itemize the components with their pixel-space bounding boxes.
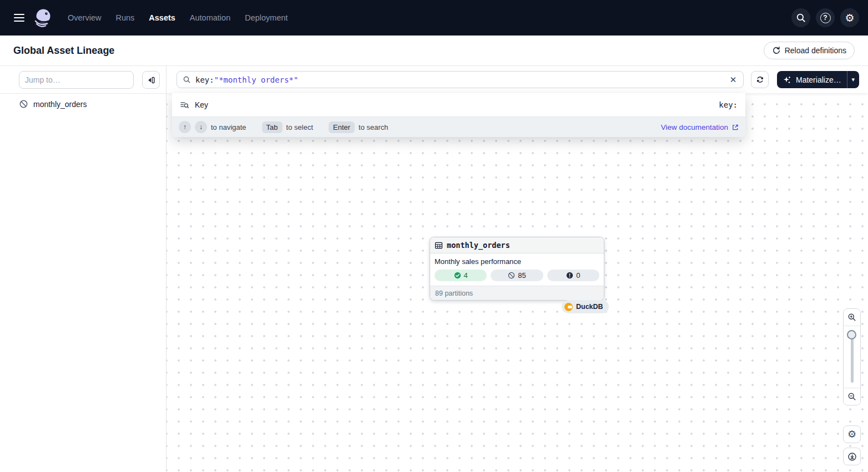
check-circle-icon: [454, 272, 461, 279]
arrow-up-key-icon: ↑: [179, 121, 191, 133]
search-hints-footer: ↑ ↓ to navigate Tab to select Enter to s…: [172, 116, 745, 137]
clear-search-button[interactable]: ✕: [725, 72, 741, 88]
settings-button[interactable]: ⚙: [840, 8, 859, 27]
lineage-search-input[interactable]: key:"*monthly_orders*" ✕: [176, 71, 744, 88]
nav-item-runs[interactable]: Runs: [115, 13, 134, 22]
reload-definitions-button[interactable]: Reload definitions: [764, 42, 855, 59]
suggestion-label: Key: [195, 100, 208, 109]
zoom-in-icon: [847, 313, 856, 322]
zoom-slider-handle[interactable]: [847, 330, 856, 339]
duckdb-icon: [564, 303, 573, 311]
help-icon: ?: [820, 13, 831, 23]
search-query-key: key:: [195, 75, 214, 84]
collapse-panel-icon: [147, 75, 156, 85]
lineage-sidebar: monthly_orders: [0, 66, 166, 472]
never-materialized-icon: [19, 99, 28, 109]
sparkle-icon: [783, 75, 791, 84]
materialized-count: 4: [464, 271, 468, 280]
partitions-count-label: 89 partitions: [435, 290, 473, 297]
filter-search-icon: [180, 100, 189, 110]
materialize-split-button: Materialize… ▾: [777, 71, 859, 88]
lineage-graph-canvas[interactable]: key:"*monthly_orders*" ✕ Materialize… ▾: [166, 66, 868, 472]
collapse-panel-button[interactable]: [142, 71, 160, 89]
nav-item-deployment[interactable]: Deployment: [245, 13, 287, 22]
nav-item-overview[interactable]: Overview: [68, 13, 101, 22]
sidebar-asset-monthly-orders[interactable]: monthly_orders: [0, 94, 166, 114]
hint-select-text: to select: [286, 123, 313, 131]
recenter-graph-button[interactable]: [843, 448, 861, 465]
storage-kind-badge-duckdb[interactable]: DuckDB: [562, 300, 609, 313]
search-icon: [796, 13, 806, 23]
zoom-in-button[interactable]: [844, 309, 860, 326]
asset-node-header: monthly_orders: [430, 237, 604, 253]
dagster-logo-icon: [32, 7, 53, 28]
gear-icon: ⚙: [847, 429, 856, 439]
reload-icon: [772, 46, 781, 55]
asset-description: Monthly sales performance: [435, 257, 599, 266]
hint-search-text: to search: [359, 123, 388, 131]
sidebar-asset-label: monthly_orders: [33, 100, 87, 109]
zoom-controls: [843, 308, 861, 405]
materialize-dropdown-caret[interactable]: ▾: [847, 71, 859, 88]
alert-circle-icon: [566, 272, 573, 279]
failed-count: 0: [576, 271, 580, 280]
search-query-value: "*monthly_orders*": [214, 75, 299, 84]
reload-definitions-label: Reload definitions: [785, 46, 846, 55]
refresh-icon: [755, 75, 765, 84]
view-documentation-label: View documentation: [661, 123, 728, 131]
dagster-app: Overview Runs Assets Automation Deployme…: [0, 0, 868, 472]
asset-node-body: Monthly sales performance 4: [430, 253, 604, 286]
page-header: Global Asset Lineage Reload definitions: [0, 35, 868, 66]
hamburger-menu-button[interactable]: [9, 8, 29, 28]
enter-key-chip: Enter: [329, 121, 355, 133]
asset-node-monthly-orders[interactable]: monthly_orders Monthly sales performance…: [430, 237, 604, 301]
suggestion-syntax-hint: key:: [719, 100, 738, 109]
nav-item-assets[interactable]: Assets: [149, 13, 175, 22]
gear-icon: ⚙: [845, 13, 854, 23]
search-suggestions-dropdown: Key key: ↑ ↓ to navigate Tab to select E…: [172, 93, 745, 137]
help-button[interactable]: ?: [816, 8, 835, 27]
hint-navigate-text: to navigate: [211, 123, 246, 131]
refresh-graph-button[interactable]: [751, 71, 769, 88]
primary-nav: Overview Runs Assets Automation Deployme…: [68, 13, 288, 22]
missing-partitions-pill: 85: [491, 270, 543, 281]
external-link-icon: [731, 124, 739, 131]
zoom-slider[interactable]: [844, 326, 860, 388]
global-search-button[interactable]: [791, 8, 810, 27]
asset-node-footer: 89 partitions: [430, 286, 604, 300]
top-nav-bar: Overview Runs Assets Automation Deployme…: [0, 0, 868, 35]
partition-status-pills: 4 85: [435, 270, 599, 281]
zoom-out-icon: [847, 392, 856, 401]
materialized-partitions-pill: 4: [435, 270, 487, 281]
slash-circle-icon: [508, 272, 515, 279]
search-icon: [183, 75, 191, 84]
asset-node-title: monthly_orders: [447, 241, 510, 250]
tab-key-chip: Tab: [262, 121, 282, 133]
arrow-down-key-icon: ↓: [195, 121, 207, 133]
search-query-text: key:"*monthly_orders*": [195, 75, 725, 84]
table-icon: [435, 241, 443, 250]
page-title: Global Asset Lineage: [13, 45, 114, 57]
suggestion-row-key[interactable]: Key key:: [172, 93, 745, 116]
graph-settings-button[interactable]: ⚙: [843, 425, 861, 443]
zoom-out-button[interactable]: [844, 388, 860, 405]
nav-item-automation[interactable]: Automation: [190, 13, 230, 22]
sidebar-search-row: [0, 66, 166, 94]
view-documentation-link[interactable]: View documentation: [661, 123, 739, 131]
missing-count: 85: [518, 271, 526, 280]
materialize-button[interactable]: Materialize…: [777, 71, 847, 88]
materialize-label: Materialize…: [796, 75, 841, 84]
storage-kind-label: DuckDB: [576, 303, 603, 311]
jump-to-input[interactable]: [19, 71, 134, 89]
dagster-logo[interactable]: [32, 7, 53, 28]
failed-partitions-pill: 0: [547, 270, 599, 281]
recenter-icon: [847, 452, 857, 461]
